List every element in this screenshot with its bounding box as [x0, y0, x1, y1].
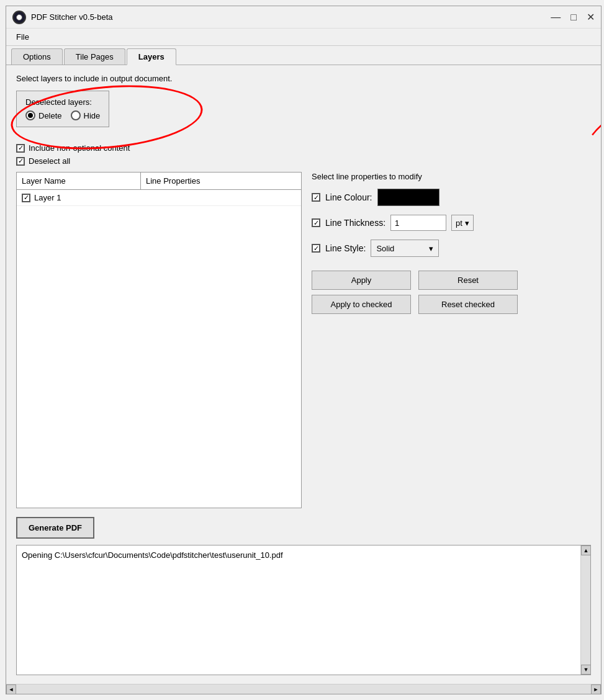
scroll-up-arrow[interactable]: ▲ [581, 545, 591, 555]
radio-hide-indicator [71, 110, 81, 120]
deselect-all-checkbox[interactable] [16, 157, 25, 166]
generate-section: Generate PDF [16, 517, 591, 539]
style-dropdown[interactable]: Solid ▾ [371, 240, 439, 257]
log-text: Opening C:\Users\cfcur\Documents\Code\pd… [22, 550, 283, 560]
layer-table: Layer Name Line Properties Layer 1 [16, 172, 302, 508]
line-thickness-row: Line Thickness: pt ▾ [312, 215, 591, 231]
radio-delete[interactable]: Delete [25, 110, 62, 120]
reset-checked-button[interactable]: Reset checked [418, 295, 518, 314]
deselected-layers-box: Deselected layers: Delete Hide [16, 91, 109, 127]
tab-content: Select layers to include in output docum… [6, 65, 601, 684]
apply-button[interactable]: Apply [312, 271, 411, 290]
apply-to-checked-button[interactable]: Apply to checked [312, 295, 411, 314]
deselect-all-row: Deselect all [16, 156, 591, 166]
table-row: Layer 1 [17, 190, 301, 206]
layer-1-checkbox[interactable] [22, 194, 30, 202]
line-colour-checkbox[interactable] [312, 193, 320, 202]
include-non-optional-label: Include non-optional content [29, 143, 130, 153]
generate-pdf-button[interactable]: Generate PDF [16, 517, 94, 539]
main-window: PDF Stitcher v0.5-beta — □ ✕ File Option… [6, 6, 602, 694]
line-style-row: Line Style: Solid ▾ [312, 240, 591, 257]
style-chevron-icon: ▾ [429, 244, 433, 253]
line-thickness-input[interactable] [390, 215, 446, 231]
include-non-optional-row: Include non-optional content [16, 143, 591, 153]
menu-bar: File [6, 29, 601, 46]
col-layer-name: Layer Name [17, 173, 141, 189]
scroll-left-arrow[interactable]: ◄ [6, 684, 16, 694]
line-thickness-label: Line Thickness: [325, 218, 385, 228]
scroll-right-arrow[interactable]: ► [591, 684, 601, 694]
radio-delete-indicator [25, 110, 35, 120]
col-line-props: Line Properties [141, 173, 301, 189]
style-value: Solid [376, 244, 394, 253]
layer-row-name: Layer 1 [22, 193, 141, 202]
tab-tile-pages[interactable]: Tile Pages [64, 48, 125, 65]
window-title: PDF Stitcher v0.5-beta [31, 12, 551, 22]
tab-bar: Options Tile Pages Layers [6, 46, 601, 65]
annotation-arrow [585, 103, 601, 140]
line-style-label: Line Style: [325, 243, 366, 253]
line-thickness-checkbox[interactable] [312, 218, 320, 227]
main-area: Layer Name Line Properties Layer 1 Selec… [16, 172, 591, 508]
deselect-all-label: Deselect all [29, 156, 70, 166]
unit-label: pt [456, 218, 462, 228]
radio-hide[interactable]: Hide [71, 110, 101, 120]
close-button[interactable]: ✕ [587, 12, 595, 22]
deselected-label: Deselected layers: [25, 97, 100, 107]
right-panel: Select line properties to modify Line Co… [312, 172, 591, 508]
window-controls: — □ ✕ [551, 12, 595, 22]
unit-dropdown[interactable]: pt ▾ [451, 215, 474, 231]
radio-group: Delete Hide [25, 110, 100, 120]
button-row-1: Apply Reset [312, 271, 591, 290]
right-panel-title: Select line properties to modify [312, 172, 591, 181]
horizontal-scrollbar[interactable]: ◄ ► [6, 684, 601, 694]
scroll-down-arrow[interactable]: ▼ [581, 665, 591, 675]
maximize-button[interactable]: □ [570, 12, 577, 22]
tab-layers[interactable]: Layers [127, 48, 176, 65]
line-colour-row: Line Colour: [312, 189, 591, 206]
tab-options[interactable]: Options [11, 48, 63, 65]
include-non-optional-checkbox[interactable] [16, 144, 25, 153]
unit-chevron-icon: ▾ [465, 218, 469, 228]
vertical-scrollbar[interactable]: ▲ ▼ [580, 545, 590, 675]
minimize-button[interactable]: — [551, 12, 561, 22]
file-menu[interactable]: File [11, 31, 34, 43]
title-bar: PDF Stitcher v0.5-beta — □ ✕ [6, 6, 601, 29]
layer-table-header: Layer Name Line Properties [17, 173, 301, 190]
description-text: Select layers to include in output docum… [16, 74, 591, 83]
reset-button[interactable]: Reset [418, 271, 518, 290]
colour-box[interactable] [377, 189, 439, 206]
line-colour-label: Line Colour: [325, 192, 372, 202]
line-style-checkbox[interactable] [312, 244, 320, 253]
app-icon [12, 11, 26, 24]
log-area: Opening C:\Users\cfcur\Documents\Code\pd… [16, 545, 591, 675]
button-row-2: Apply to checked Reset checked [312, 295, 591, 314]
